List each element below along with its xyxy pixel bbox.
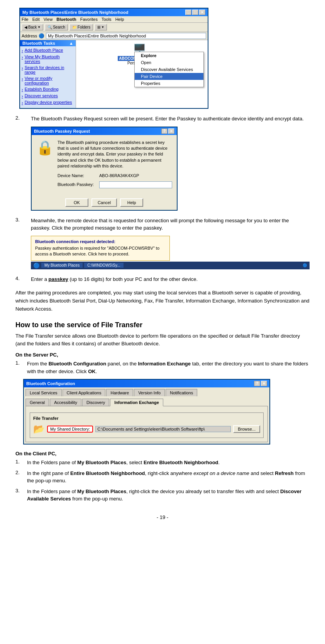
bullet-icon: › [22,48,23,53]
tab-info-exchange[interactable]: Information Exchange [110,399,163,406]
step3-line: 3. Meanwhile, the remote device that is … [15,217,310,232]
tab-general[interactable]: General [25,399,49,406]
step4-number: 4. [15,276,31,283]
tab-hardware[interactable]: Hardware [106,389,133,396]
notification-title: Bluetooth connection request detected: [35,239,166,244]
context-discover[interactable]: Discover Available Services [135,66,203,73]
step2-line: 2. The Bluetooth Passkey Request screen … [15,115,310,123]
client-step-1: 1. In the Folders pane of My Bluetooth P… [15,459,310,467]
passkey-text: The Bluetooth pairing procedure establis… [58,140,172,169]
tab-local-services[interactable]: Local Services [25,389,62,396]
context-pair[interactable]: Pair Device [135,73,203,80]
tab-bar-2: General Accessibility Discovery Informat… [24,397,269,406]
menu-tools[interactable]: Tools [102,17,112,22]
client-step-3: 3. In the Folders pane of My Bluetooth P… [15,488,310,503]
minimize-button[interactable]: _ [185,10,191,15]
shared-dir-input[interactable] [95,426,231,432]
explorer-window: My Bluetooth Places\Entire Bluetooth Nei… [19,8,208,109]
address-input[interactable] [46,33,206,39]
passkey-cancel-button[interactable]: Cancel [91,198,117,207]
taskbar-my-bt-places[interactable]: My Bluetooth Places [41,263,83,268]
search-icon: 🔍 [47,25,52,29]
context-explore[interactable]: Explore [135,52,203,59]
passkey-dialog-container: Bluetooth Passkey Request ? ✕ 🔒 The Blue… [31,127,310,211]
menu-file[interactable]: File [22,17,29,22]
tasks-header: Bluetooth Tasks ▲ [20,40,76,46]
bt-config-help-icon[interactable]: ? [254,381,260,386]
passkey-dialog-titlebar: Bluetooth Passkey Request ? ✕ [32,127,177,135]
bullet-icon: › [22,100,23,105]
browse-button[interactable]: Browse... [233,425,260,433]
bt-config-titlebar: Bluetooth Configuration ? ✕ [24,380,269,387]
folders-icon: 📁 [72,25,77,29]
passkey-help-btn[interactable]: Help [120,198,143,207]
sidebar-panel: Bluetooth Tasks ▲ › Add Bluetooth Place … [20,40,76,108]
back-button[interactable]: ◀ Back ▼ [22,24,43,30]
tab-version-info[interactable]: Version Info [134,389,165,396]
context-properties[interactable]: Properties [135,80,203,87]
search-button[interactable]: 🔍 Search [45,24,68,30]
after-pairing-text: After the pairing procedures are complet… [15,289,310,313]
bt-config-title: Bluetooth Configuration [26,381,75,386]
taskbar-windows[interactable]: C:\WINDOWS\Sy... [84,263,123,268]
passkey-dialog: Bluetooth Passkey Request ? ✕ 🔒 The Blue… [31,127,178,211]
file-transfer-icon: 📂 [33,424,45,434]
task-establish-bonding[interactable]: › Establish Bonding [22,87,74,92]
passkey-field-row: Bluetooth Passkey: [58,181,172,188]
passkey-ok-button[interactable]: OK [65,198,88,207]
file-transfer-intro: The File Transfer service allows one Blu… [15,332,310,348]
close-button[interactable]: ✕ [199,10,205,15]
bt-config-dialog: Bluetooth Configuration ? ✕ Local Servic… [23,379,270,445]
bt-config-titlebar-buttons: ? ✕ [254,381,267,386]
device-name-value: ABO-86RA34K4XGP [99,173,139,179]
menu-edit[interactable]: Edit [32,17,40,22]
passkey-help-button[interactable]: ? [161,128,168,134]
task-display-device-props[interactable]: › Display device properties [22,100,74,105]
client-step-2: 2. In the right pane of Entire Bluetooth… [15,470,310,485]
tab-accessibility[interactable]: Accessibility [50,399,81,406]
task-search-devices[interactable]: › Search for devices in range [22,65,74,74]
address-label: Address [22,34,37,38]
lock-icon: 🔒 [36,140,54,191]
maximize-button[interactable]: □ [192,10,198,15]
task-view-modify-config[interactable]: › View or modify configuration [22,76,74,85]
views-button[interactable]: ⊞ ▼ [95,24,107,30]
bt-small-icon: 🔵 [39,33,44,39]
toolbar: ◀ Back ▼ 🔍 Search 📁 Folders ⊞ ▼ [20,23,208,32]
bullet-icon: › [22,55,23,59]
menu-favorites[interactable]: Favorites [80,17,98,22]
passkey-input[interactable] [99,181,172,188]
notification-window: Bluetooth connection request detected: P… [31,236,170,261]
step4-line: 4. Enter a passkey (up to 16 digits) for… [15,276,310,283]
passkey-close-button[interactable]: ✕ [168,128,174,134]
bullet-icon: › [22,66,23,70]
tasks-toggle-icon[interactable]: ▲ [69,41,73,46]
bt-tray-icon: 🔵 [303,263,307,267]
tab-content-info-exchange: File Transfer 📂 My Shared Directory: Bro… [25,406,268,442]
menu-view[interactable]: View [44,17,53,22]
task-add-bluetooth-place[interactable]: › Add Bluetooth Place [22,48,74,53]
section-heading: How to use the service of File Transfer [15,321,310,329]
step3-block: 3. Meanwhile, the remote device that is … [15,217,310,269]
server-steps: 1. From the Bluetooth Configuration pane… [15,360,310,375]
client-pc-heading: On the Client PC, [15,451,310,456]
notification-text: Passkey authentication is required for "… [35,245,166,257]
file-transfer-label: File Transfer [33,416,260,421]
menu-help[interactable]: Help [115,17,124,22]
tab-discovery[interactable]: Discovery [82,399,109,406]
bt-config-close-button[interactable]: ✕ [261,381,267,386]
step2-number: 2. [15,115,31,123]
context-open[interactable]: Open [135,59,203,66]
folders-button[interactable]: 📁 Folders [69,24,93,30]
page-number: - 19 - [157,514,168,520]
bullet-icon: › [22,94,23,98]
task-discover-services[interactable]: › Discover services [22,93,74,98]
task-view-my-bt-services[interactable]: › View My Bluetooth services [22,54,74,64]
context-menu: Explore Open Discover Available Services… [134,52,204,87]
tab-notifications[interactable]: Notifications [166,389,197,396]
bullet-icon: › [22,76,23,81]
tab-client-apps[interactable]: Client Applications [63,389,106,396]
device-name-row: Device Name: ABO-86RA34K4XGP [58,173,172,179]
passkey-description: The Bluetooth pairing procedure establis… [58,140,172,191]
menu-bluetooth[interactable]: Bluetooth [56,17,76,22]
